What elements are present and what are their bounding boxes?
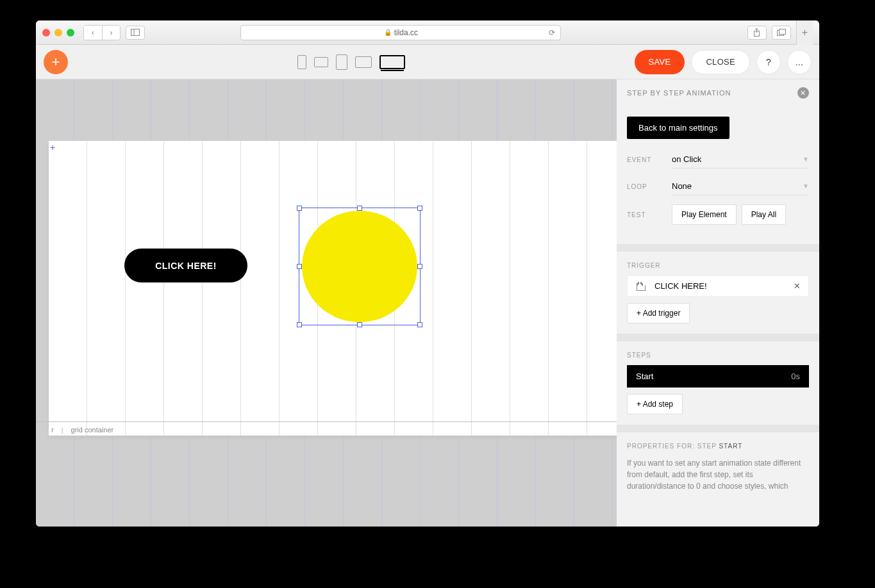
event-label: EVENT — [627, 156, 672, 163]
chevron-down-icon: ▼ — [803, 156, 809, 163]
device-phone-landscape-icon[interactable] — [314, 57, 328, 67]
panel-close-button[interactable]: ✕ — [797, 87, 809, 99]
tabs-icon — [777, 29, 786, 37]
trigger-remove-button[interactable]: ✕ — [794, 281, 801, 291]
loop-value: None — [672, 181, 692, 191]
reload-icon[interactable]: ⟳ — [549, 28, 555, 37]
status-item: grid container — [71, 426, 114, 434]
handle-bottom-left[interactable] — [297, 322, 302, 327]
loop-label: LOOP — [627, 183, 672, 190]
share-icon — [753, 28, 760, 37]
panel-section-steps: STEPS Start 0s + Add step — [617, 341, 819, 432]
test-buttons: Play Element Play All — [672, 204, 786, 225]
panel-title: STEP BY STEP ANIMATION — [627, 89, 731, 97]
animation-panel: STEP BY STEP ANIMATION ✕ Back to main se… — [617, 79, 819, 527]
more-button[interactable]: ... — [787, 50, 812, 74]
properties-prefix: PROPERTIES FOR: STEP — [627, 443, 719, 450]
forward-button[interactable]: › — [102, 26, 120, 40]
chrome-right — [747, 26, 791, 40]
device-switcher — [297, 54, 405, 70]
event-select[interactable]: on Click ▼ — [672, 151, 809, 168]
steps-label: STEPS — [627, 352, 809, 359]
new-tab-button[interactable]: + — [796, 20, 813, 45]
event-row: EVENT on Click ▼ — [627, 151, 809, 168]
tabs-button[interactable] — [772, 26, 791, 40]
add-trigger-button[interactable]: + Add trigger — [627, 303, 690, 323]
add-step-button[interactable]: + Add step — [627, 394, 683, 414]
handle-bottom-right[interactable] — [417, 322, 422, 327]
lock-icon: 🔒 — [384, 29, 392, 36]
handle-top[interactable] — [357, 206, 362, 211]
handle-top-left[interactable] — [297, 206, 302, 211]
step-time: 0s — [791, 372, 800, 381]
canvas-button-label: CLICK HERE! — [155, 261, 217, 271]
browser-chrome: ‹ › 🔒 tilda.cc ⟳ + — [36, 20, 819, 45]
app-toolbar: + SAVE CLOSE ? ... — [36, 45, 819, 79]
close-button[interactable]: CLOSE — [691, 50, 750, 74]
address-bar[interactable]: 🔒 tilda.cc ⟳ — [240, 25, 561, 40]
browser-window: ‹ › 🔒 tilda.cc ⟳ + + — [36, 20, 819, 527]
address-text: 🔒 tilda.cc — [384, 28, 418, 37]
sidebar-icon — [131, 29, 140, 36]
event-value: on Click — [672, 154, 701, 164]
selection-box[interactable] — [299, 208, 421, 325]
panel-header: STEP BY STEP ANIMATION ✕ — [617, 79, 819, 106]
sidebar-button[interactable] — [126, 26, 145, 40]
svg-rect-0 — [131, 29, 140, 36]
url-text: tilda.cc — [394, 28, 418, 37]
properties-step: START — [719, 443, 742, 450]
step-name: Start — [636, 372, 653, 381]
properties-title: PROPERTIES FOR: STEP START — [627, 443, 809, 450]
handle-bottom[interactable] — [357, 322, 362, 327]
device-desktop-icon[interactable] — [379, 55, 405, 69]
trigger-item[interactable]: CLICK HERE! ✕ — [627, 275, 809, 297]
play-all-button[interactable]: Play All — [742, 204, 786, 225]
window-close-icon[interactable] — [42, 29, 50, 37]
add-button[interactable]: + — [44, 50, 68, 74]
back-button[interactable]: ‹ — [84, 26, 102, 40]
toolbar-right: SAVE CLOSE ? ... — [635, 50, 812, 74]
trigger-text: CLICK HERE! — [654, 281, 707, 291]
panel-section-trigger: TRIGGER CLICK HERE! ✕ + Add trigger — [617, 252, 819, 341]
trigger-label: TRIGGER — [627, 262, 809, 269]
handle-top-right[interactable] — [417, 206, 422, 211]
svg-rect-5 — [779, 29, 785, 34]
trigger-element-icon — [635, 282, 646, 291]
back-to-settings-button[interactable]: Back to main settings — [627, 117, 729, 139]
nav-back-forward: ‹ › — [83, 25, 121, 40]
device-tablet-landscape-icon[interactable] — [355, 56, 372, 68]
app-root: + SAVE CLOSE ? ... + CLICK — [36, 45, 819, 527]
window-minimize-icon[interactable] — [54, 29, 62, 37]
origin-crosshair-icon: + — [50, 142, 55, 152]
canvas-element-circle[interactable] — [302, 211, 417, 322]
loop-row: LOOP None ▼ — [627, 177, 809, 195]
traffic-lights — [42, 29, 74, 37]
handle-right[interactable] — [417, 264, 422, 269]
loop-select[interactable]: None ▼ — [672, 177, 809, 195]
save-button[interactable]: SAVE — [635, 50, 685, 74]
step-item[interactable]: Start 0s — [627, 365, 809, 388]
test-label: TEST — [627, 211, 672, 218]
help-button[interactable]: ? — [756, 50, 781, 74]
share-button[interactable] — [747, 26, 767, 40]
canvas-element-button[interactable]: CLICK HERE! — [124, 249, 247, 282]
chevron-down-icon: ▼ — [803, 183, 809, 190]
test-row: TEST Play Element Play All — [627, 204, 809, 225]
status-separator: | — [62, 426, 63, 434]
panel-section-main: Back to main settings EVENT on Click ▼ L… — [617, 106, 819, 252]
window-zoom-icon[interactable] — [67, 29, 74, 37]
panel-section-properties: PROPERTIES FOR: STEP START If you want t… — [617, 432, 819, 502]
properties-help-text: If you want to set any start animation s… — [627, 457, 809, 492]
status-left: r — [51, 426, 54, 434]
handle-left[interactable] — [297, 264, 302, 269]
play-element-button[interactable]: Play Element — [672, 204, 737, 225]
device-phone-icon[interactable] — [297, 55, 306, 69]
device-tablet-icon[interactable] — [336, 54, 347, 70]
